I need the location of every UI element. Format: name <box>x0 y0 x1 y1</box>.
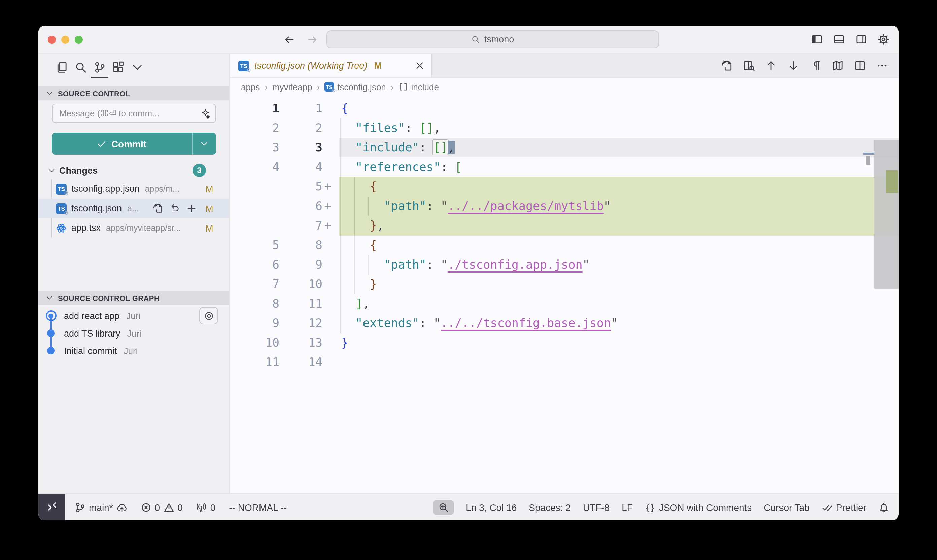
status-notifications[interactable] <box>879 502 889 512</box>
section-title: SOURCE CONTROL <box>58 89 130 97</box>
status-language-mode[interactable]: {}JSON with Comments <box>645 502 752 512</box>
changed-file-row[interactable]: app.tsxapps/myviteapp/sr...M <box>38 218 229 238</box>
pilcrow-icon[interactable] <box>810 60 821 71</box>
code-line-11[interactable]: 811 ], <box>230 294 899 314</box>
activity-item-extensions[interactable] <box>112 61 125 73</box>
arrow-up-icon[interactable] <box>765 60 777 71</box>
code-line-13[interactable]: 1013} <box>230 333 899 353</box>
code-line-2[interactable]: 22 "files": [], <box>230 118 899 138</box>
typescript-file-icon: TS⚙ <box>238 60 249 71</box>
commit-dot <box>47 329 54 337</box>
sparkle-icon[interactable] <box>199 108 210 119</box>
commit-message-input[interactable]: Message (⌘⏎ to comm... <box>52 104 216 123</box>
breadcrumb-item-tsconfig.json[interactable]: TS⚙tsconfig.json <box>325 82 386 92</box>
status-indentation[interactable]: Spaces: 2 <box>529 502 571 512</box>
code-line-6[interactable]: 6+ "path": "../../packages/mytslib" <box>230 197 899 216</box>
modified-line-number: 10 <box>279 275 322 294</box>
go-to-file-icon[interactable] <box>153 203 163 213</box>
activity-item-source-control[interactable] <box>94 61 106 73</box>
layout-sidebar-left-icon[interactable] <box>811 34 823 45</box>
code-line-1[interactable]: 11{ <box>230 99 899 118</box>
code-text: { <box>341 99 348 118</box>
changes-section-header[interactable]: Changes 3 <box>38 162 229 179</box>
changed-file-row[interactable]: TS⚙tsconfig.app.jsonapps/m...M <box>38 179 229 198</box>
code-line-12[interactable]: 912 "extends": "../../tsconfig.base.json… <box>230 314 899 333</box>
status-zoom-indicator[interactable] <box>434 500 454 515</box>
breadcrumb-separator: › <box>265 82 268 92</box>
status-branch[interactable]: main* <box>75 502 127 512</box>
source-control-icon <box>94 61 106 73</box>
breadcrumb-item-myviteapp[interactable]: myviteapp <box>272 82 312 92</box>
commit-row[interactable]: add TS libraryJuri <box>38 325 229 342</box>
commit-button[interactable]: Commit <box>52 132 216 155</box>
close-icon[interactable] <box>415 61 425 71</box>
code-line-7[interactable]: 7+ }, <box>230 216 899 235</box>
source-control-graph-header[interactable]: SOURCE CONTROL GRAPH <box>38 291 229 305</box>
tab-tsconfig-working-tree[interactable]: TS⚙ tsconfig.json (Working Tree) M <box>230 54 432 77</box>
code-line-10[interactable]: 710 } <box>230 275 899 294</box>
ellipsis-icon[interactable] <box>876 60 888 71</box>
modified-line-number: 7 <box>279 216 322 235</box>
commit-row[interactable]: Initial commitJuri <box>38 342 229 359</box>
arrow-down-icon[interactable] <box>788 60 799 71</box>
compare-inline-icon[interactable] <box>743 60 755 71</box>
code-text: } <box>341 333 348 353</box>
code-line-4[interactable]: 44 "references": [ <box>230 157 899 177</box>
layout-sidebar-right-icon[interactable] <box>855 34 867 45</box>
navigate-back-icon[interactable] <box>284 34 295 45</box>
commit-label: Commit <box>111 138 146 149</box>
map-icon[interactable] <box>832 60 843 71</box>
status-formatter[interactable]: Prettier <box>822 502 866 512</box>
status-cursor-tab[interactable]: Cursor Tab <box>764 502 809 512</box>
commit-message: add react app <box>64 311 120 321</box>
activity-item-search[interactable] <box>75 61 87 73</box>
changed-file-row[interactable]: TS⚙tsconfig.jsona...M <box>38 198 229 218</box>
commit-row[interactable]: add react appJuri <box>38 307 229 325</box>
target-icon <box>204 311 214 321</box>
diff-editor[interactable]: 11{22 "files": [],33 "include": [],44 "r… <box>230 95 899 493</box>
breadcrumb-item-apps[interactable]: apps <box>241 82 260 92</box>
overview-ruler-selection-mark <box>866 156 870 165</box>
radio-tower-icon <box>196 502 207 512</box>
status-eol[interactable]: LF <box>622 502 633 512</box>
command-center-search[interactable]: tsmono <box>326 30 659 48</box>
activity-item-chevron-down[interactable] <box>131 61 143 73</box>
gear-icon[interactable] <box>878 34 889 45</box>
plus-icon[interactable] <box>186 203 197 213</box>
discard-icon[interactable] <box>170 203 180 213</box>
breadcrumb: apps›myviteapp›TS⚙tsconfig.json›include <box>230 78 899 95</box>
zoom-window-button[interactable] <box>75 36 83 44</box>
status-text: 0 <box>177 502 183 512</box>
sidebar: SOURCE CONTROL Message (⌘⏎ to comm... Co… <box>38 54 229 493</box>
code-line-9[interactable]: 69 "path": "./tsconfig.app.json" <box>230 255 899 275</box>
code-line-14[interactable]: 1114 <box>230 353 899 372</box>
document-link[interactable]: ../../tsconfig.base.json <box>440 316 611 330</box>
activity-item-files[interactable] <box>56 61 68 73</box>
minimize-window-button[interactable] <box>61 36 69 44</box>
code-line-3[interactable]: 33 "include": [], <box>230 138 899 157</box>
remote-indicator[interactable] <box>38 494 65 520</box>
commit-dropdown-button[interactable] <box>192 132 216 155</box>
close-window-button[interactable] <box>48 36 56 44</box>
status-ports[interactable]: 0 <box>196 502 216 512</box>
document-link[interactable]: ../../packages/mytslib <box>448 199 604 213</box>
code-line-5[interactable]: 5+ { <box>230 177 899 197</box>
checkout-target-button[interactable] <box>199 307 218 325</box>
commit-author: Juri <box>124 346 138 356</box>
status-cursor-position[interactable]: Ln 3, Col 16 <box>466 502 517 512</box>
status-problems[interactable]: 00 <box>141 502 183 512</box>
layout-panel-icon[interactable] <box>833 34 845 45</box>
section-title: SOURCE CONTROL GRAPH <box>58 294 160 302</box>
go-to-file-icon[interactable] <box>721 60 732 71</box>
editor-scrollbar[interactable] <box>874 140 899 289</box>
split-editor-icon[interactable] <box>854 60 866 71</box>
navigate-forward-icon[interactable] <box>307 34 318 45</box>
added-line-plus: + <box>325 177 332 197</box>
breadcrumb-label: apps <box>241 82 260 92</box>
source-control-section-header[interactable]: SOURCE CONTROL <box>38 86 229 100</box>
document-link[interactable]: ./tsconfig.app.json <box>448 258 582 271</box>
original-line-number: 11 <box>230 353 279 372</box>
code-line-8[interactable]: 58 { <box>230 235 899 255</box>
status-encoding[interactable]: UTF-8 <box>583 502 609 512</box>
breadcrumb-item-include[interactable]: include <box>398 82 439 92</box>
